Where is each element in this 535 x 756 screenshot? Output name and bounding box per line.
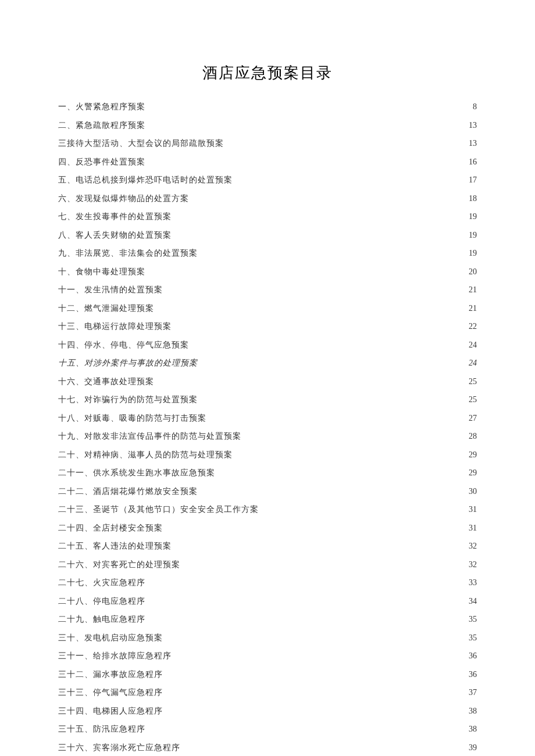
toc-item-label: 三十四、电梯困人应急程序 — [58, 705, 163, 717]
toc-item[interactable]: 二十七、火灾应急程序33 — [58, 576, 477, 589]
toc-item[interactable]: 二十九、触电应急程序35 — [58, 613, 477, 625]
toc-item[interactable]: 二、紧急疏散程序预案13 — [58, 119, 477, 131]
toc-item-label: 十三、电梯运行故障处理预案 — [58, 320, 172, 332]
toc-item[interactable]: 三十二、漏水事故应急程序36 — [58, 668, 477, 680]
toc-item-page: 27 — [469, 412, 477, 424]
toc-item[interactable]: 三十六、宾客溺水死亡应急程序39 — [58, 741, 477, 754]
toc-item-label: 一、火警紧急程序预案 — [58, 101, 145, 113]
toc-item-label: 十八、对贩毒、吸毒的防范与打击预案 — [58, 412, 206, 424]
toc-item[interactable]: 三接待大型活动、大型会议的局部疏散预案13 — [58, 137, 477, 149]
toc-item-page: 31 — [469, 503, 477, 515]
toc-item-label: 二十六、对宾客死亡的处理预案 — [58, 558, 180, 571]
toc-item[interactable]: 九、非法展览、非法集会的处置预案19 — [58, 247, 477, 259]
toc-item-label: 五、电话总机接到爆炸恐吓电话时的处置预案 — [58, 174, 233, 186]
toc-item-label: 十七、对诈骗行为的防范与处置预案 — [58, 393, 198, 406]
toc-item[interactable]: 三十五、防汛应急程序38 — [58, 723, 477, 735]
toc-item-page: 19 — [469, 229, 477, 241]
toc-item-page: 39 — [469, 741, 477, 754]
toc-item[interactable]: 七、发生投毒事件的处置预案19 — [58, 210, 477, 223]
toc-item[interactable]: 三十四、电梯困人应急程序38 — [58, 705, 477, 717]
toc-item[interactable]: 八、客人丢失财物的处置预案19 — [58, 229, 477, 241]
toc-item[interactable]: 十、食物中毒处理预案20 — [58, 266, 477, 278]
toc-item-label: 三接待大型活动、大型会议的局部疏散预案 — [58, 137, 224, 149]
toc-item-label: 二十四、全店封楼安全预案 — [58, 522, 163, 534]
toc-item-label: 二十一、供水系统发生跑水事故应急预案 — [58, 467, 215, 479]
toc-item-label: 十九、对散发非法宣传品事件的防范与处置预案 — [58, 430, 241, 442]
toc-item-page: 19 — [469, 210, 477, 223]
toc-item-label: 六、发现疑似爆炸物品的处置方案 — [58, 192, 189, 205]
toc-item-page: 38 — [469, 705, 477, 717]
toc-item-label: 三十、发电机启动应急预案 — [58, 632, 163, 644]
toc-item-label: 九、非法展览、非法集会的处置预案 — [58, 247, 198, 259]
toc-item-page: 32 — [469, 558, 477, 571]
toc-item-page: 33 — [469, 576, 477, 589]
toc-item-page: 35 — [469, 632, 477, 644]
toc-item[interactable]: 十一、发生汛情的处置预案21 — [58, 284, 477, 296]
toc-item-label: 二十五、客人违法的处理预案 — [58, 540, 172, 552]
toc-item[interactable]: 二十一、供水系统发生跑水事故应急预案29 — [58, 467, 477, 479]
toc-item-label: 十五、对涉外案件与事故的处理预案 — [58, 357, 198, 369]
toc-item-label: 十、食物中毒处理预案 — [58, 266, 145, 278]
toc-item[interactable]: 十八、对贩毒、吸毒的防范与打击预案27 — [58, 412, 477, 424]
toc-item-page: 21 — [469, 284, 477, 296]
toc-item-page: 20 — [469, 266, 477, 278]
toc-item[interactable]: 十五、对涉外案件与事故的处理预案24 — [58, 357, 477, 369]
toc-item-label: 十一、发生汛情的处置预案 — [58, 284, 163, 296]
toc-item-label: 十四、停水、停电、停气应急预案 — [58, 339, 189, 351]
toc-item[interactable]: 二十六、对宾客死亡的处理预案32 — [58, 558, 477, 571]
toc-item[interactable]: 十四、停水、停电、停气应急预案24 — [58, 339, 477, 351]
toc-item[interactable]: 二十五、客人违法的处理预案32 — [58, 540, 477, 552]
toc-item[interactable]: 二十八、停电应急程序34 — [58, 595, 477, 607]
toc-item-label: 三十一、给排水故障应急程序 — [58, 650, 172, 662]
toc-item-page: 29 — [469, 467, 477, 479]
toc-item[interactable]: 二十、对精神病、滋事人员的防范与处理预案29 — [58, 449, 477, 461]
toc-item-page: 16 — [469, 156, 477, 168]
toc-item-page: 35 — [469, 613, 477, 625]
toc-item-page: 36 — [469, 650, 477, 662]
toc-item-page: 36 — [469, 668, 477, 680]
toc-item[interactable]: 六、发现疑似爆炸物品的处置方案18 — [58, 192, 477, 205]
toc-item[interactable]: 十三、电梯运行故障处理预案22 — [58, 320, 477, 332]
toc-item[interactable]: 三十三、停气漏气应急程序37 — [58, 686, 477, 698]
toc-item-page: 22 — [469, 320, 477, 332]
toc-item-label: 二十、对精神病、滋事人员的防范与处理预案 — [58, 449, 233, 461]
toc-item[interactable]: 十九、对散发非法宣传品事件的防范与处置预案28 — [58, 430, 477, 442]
toc-item[interactable]: 二十二、酒店烟花爆竹燃放安全预案30 — [58, 485, 477, 497]
toc-item[interactable]: 四、反恐事件处置预案16 — [58, 156, 477, 168]
toc-item-page: 24 — [469, 339, 477, 351]
toc-item-label: 十二、燃气泄漏处理预案 — [58, 302, 154, 314]
toc-item-page: 34 — [469, 595, 477, 607]
toc-item-label: 三十二、漏水事故应急程序 — [58, 668, 163, 680]
toc-item-label: 二十二、酒店烟花爆竹燃放安全预案 — [58, 485, 198, 497]
toc-item[interactable]: 十二、燃气泄漏处理预案21 — [58, 302, 477, 314]
toc-item[interactable]: 三十、发电机启动应急预案35 — [58, 632, 477, 644]
toc-item[interactable]: 一、火警紧急程序预案8 — [58, 101, 477, 113]
toc-item-page: 38 — [469, 723, 477, 735]
toc-item[interactable]: 三十一、给排水故障应急程序36 — [58, 650, 477, 662]
toc-item[interactable]: 二十三、圣诞节（及其他节口）安全安全员工作方案31 — [58, 503, 477, 515]
toc-item[interactable]: 五、电话总机接到爆炸恐吓电话时的处置预案17 — [58, 174, 477, 186]
toc-item-page: 21 — [469, 302, 477, 314]
toc-item-label: 二十三、圣诞节（及其他节口）安全安全员工作方案 — [58, 503, 259, 515]
toc-item-page: 25 — [469, 375, 477, 388]
toc-item-page: 13 — [469, 137, 477, 149]
toc-item-label: 二十八、停电应急程序 — [58, 595, 145, 607]
toc-item-label: 二十七、火灾应急程序 — [58, 576, 145, 589]
toc-item[interactable]: 十六、交通事故处理预案25 — [58, 375, 477, 388]
toc-list: 一、火警紧急程序预案8二、紧急疏散程序预案13三接待大型活动、大型会议的局部疏散… — [58, 101, 477, 754]
toc-item-page: 29 — [469, 449, 477, 461]
toc-item-page: 24 — [469, 357, 477, 369]
toc-item-page: 17 — [469, 174, 477, 186]
page-title: 酒店应急预案目录 — [58, 63, 477, 83]
toc-item-label: 三十六、宾客溺水死亡应急程序 — [58, 741, 180, 754]
toc-item[interactable]: 十七、对诈骗行为的防范与处置预案25 — [58, 393, 477, 406]
toc-item[interactable]: 二十四、全店封楼安全预案31 — [58, 522, 477, 534]
toc-item-page: 28 — [469, 430, 477, 442]
toc-item-page: 25 — [469, 393, 477, 406]
toc-item-label: 八、客人丢失财物的处置预案 — [58, 229, 172, 241]
toc-item-label: 三十五、防汛应急程序 — [58, 723, 145, 735]
toc-item-label: 四、反恐事件处置预案 — [58, 156, 145, 168]
toc-item-page: 18 — [469, 192, 477, 205]
toc-item-label: 七、发生投毒事件的处置预案 — [58, 210, 172, 223]
toc-item-page: 37 — [469, 686, 477, 698]
